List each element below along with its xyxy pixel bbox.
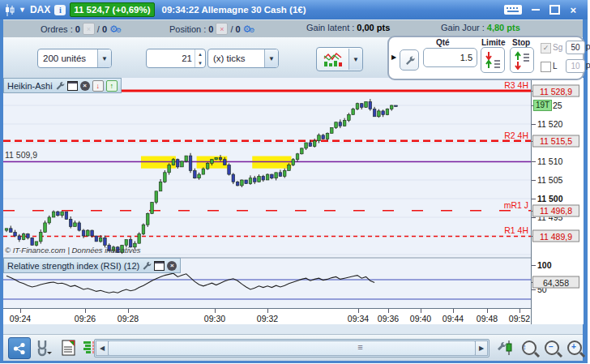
price-axis[interactable]: 2519T11 52011 51011 50511 50011 49511 52… <box>531 78 584 324</box>
period-spinner[interactable]: 21 ▲▼ <box>146 49 206 68</box>
title-bar[interactable]: ▼ DAX i 11 524,7 (+0,69%) 09:34:22 Allem… <box>0 0 588 19</box>
axis-tick <box>421 309 421 313</box>
instrument-dropdown-caret[interactable]: ▼ <box>19 6 26 14</box>
chevron-down-icon[interactable]: ▼ <box>264 49 278 67</box>
instrument-name: DAX <box>30 4 50 15</box>
qty-input[interactable]: 1.5 <box>423 48 477 67</box>
time-tick-label: 09:24 <box>10 314 31 323</box>
period-unit-value: (x) ticks <box>208 54 264 63</box>
svg-text:R1 4H: R1 4H <box>504 225 528 235</box>
qty-value: 1.5 <box>460 53 472 62</box>
keyboard-icon[interactable] <box>504 4 522 15</box>
buy-arrow-icon[interactable]: ↑ <box>106 80 118 92</box>
horizontal-scrollbar[interactable]: ◀ ≡ ▶ <box>94 339 490 358</box>
news-icon <box>62 340 76 356</box>
scrollbar-handle[interactable]: ≡ <box>108 340 476 356</box>
panel-collapse-icon[interactable]: ▶ <box>391 54 396 61</box>
info-icon[interactable]: i <box>54 5 66 15</box>
units-select[interactable]: 200 unités ▼ <box>37 49 112 68</box>
svg-text:R3 4H: R3 4H <box>504 80 528 90</box>
magnet-mode-button[interactable] <box>34 337 55 358</box>
window-icon[interactable] <box>154 261 165 271</box>
stop-order-button[interactable] <box>510 47 534 73</box>
chevron-down-icon[interactable]: ▼ <box>348 49 362 70</box>
rsi-title: Relative strength index (RSI) (12) <box>7 261 139 271</box>
scroll-right-icon[interactable]: ▶ <box>475 340 488 356</box>
svg-text:© IT-Finance.com | Données ind: © IT-Finance.com | Données indicatives <box>5 246 141 255</box>
wrench-icon <box>404 55 415 66</box>
maximize-button[interactable] <box>549 5 560 15</box>
clock-time: 09:34:22 <box>162 5 199 15</box>
svg-text:11 509,9: 11 509,9 <box>5 150 37 160</box>
ordres-cancel-icon[interactable]: × <box>83 23 95 35</box>
position-cancel-icon[interactable]: × <box>216 23 228 35</box>
axis-tick <box>532 124 536 125</box>
l-checkbox[interactable] <box>541 62 551 72</box>
period-unit-select[interactable]: (x) ticks ▼ <box>207 49 279 68</box>
close-button[interactable]: × <box>570 5 576 15</box>
chevron-down-icon[interactable]: ▼ <box>97 49 111 67</box>
ordres-pending-count: 0 <box>102 24 107 34</box>
share-button[interactable] <box>8 337 31 359</box>
axis-tick <box>519 309 520 313</box>
price-tick-label: 11 510 <box>537 156 562 166</box>
ordres-settings-icon[interactable]: ⚙ <box>109 24 118 34</box>
sell-arrow-icon[interactable]: ↓ <box>92 80 104 92</box>
stop-order-icon <box>514 50 530 70</box>
ordres-label: Ordres : <box>41 24 73 34</box>
trade-settings-button[interactable] <box>400 49 419 71</box>
news-button[interactable] <box>58 337 79 358</box>
axis-tick <box>532 265 536 266</box>
gain-jour-label: Gain Jour : <box>441 23 485 32</box>
window-icon[interactable] <box>67 81 78 91</box>
zoom-out-icon: − <box>545 340 559 355</box>
ordres-sep: / <box>97 24 100 34</box>
rsi-value-box: 64,358 <box>532 276 579 289</box>
time-tick-label: 09:44 <box>442 314 464 323</box>
time-tick-label: 09:30 <box>204 314 225 323</box>
price-tick-label: 11 505 <box>537 175 562 185</box>
position-settings-icon[interactable]: ⚙ <box>243 24 252 34</box>
chart-zone: R3 4HR2 4H11 509,9mR1 JR1 4H© IT-Finance… <box>3 78 583 324</box>
zoom-fit-button[interactable]: ↕ <box>519 337 540 358</box>
wrench-icon[interactable] <box>142 261 152 271</box>
bottom-toolbar: ◀ ≡ ▶ ↕ − + <box>3 334 583 361</box>
price-tick-label: 11 520 <box>537 119 562 129</box>
stop-label: Stop <box>512 38 530 47</box>
limit-order-button[interactable] <box>481 47 505 73</box>
limit-order-icon <box>485 50 501 70</box>
minimize-button[interactable] <box>532 9 540 11</box>
last-price-badge: 11 524,7 (+0,69%) <box>70 2 154 17</box>
position-open-count: 0 <box>208 24 213 34</box>
time-tick-label: 09:48 <box>477 314 498 323</box>
price-tick-label: 25 <box>553 101 562 110</box>
svg-text:R2 4H: R2 4H <box>504 131 528 140</box>
sg-points-input[interactable]: 50 <box>566 41 585 54</box>
heikin-ashi-tab[interactable]: Heikin-Ashi × ↓ ↑ <box>3 78 122 93</box>
rsi-tab[interactable]: Relative strength index (RSI) (12) × <box>3 258 181 273</box>
sg-checkbox[interactable]: ✓ <box>541 43 551 54</box>
chart-type-button[interactable]: ▼ <box>316 47 363 71</box>
time-tick-label: 09:40 <box>410 314 431 323</box>
zoom-out-button[interactable]: − <box>541 337 562 358</box>
time-axis[interactable]: 09:2409:2609:2809:3009:3209:3409:3609:40… <box>3 308 531 325</box>
l-points-input[interactable]: 10 <box>566 59 585 73</box>
zoom-in-icon: + <box>567 340 582 355</box>
wrench-icon[interactable] <box>55 81 65 91</box>
spinner-up-icon[interactable]: ▲ <box>195 49 205 58</box>
chart-settings-button[interactable] <box>494 337 515 358</box>
level-price-box: 11 496,8 <box>532 204 579 216</box>
l-points-value: 10 <box>571 62 579 71</box>
l-checkbox-label: L <box>553 62 558 71</box>
instrument-candle-icon <box>5 4 15 16</box>
main-plot[interactable]: R3 4HR2 4H11 509,9mR1 JR1 4H© IT-Finance… <box>3 78 531 308</box>
spinner-down-icon[interactable]: ▼ <box>195 58 205 67</box>
l-unit-label: pts <box>586 61 590 70</box>
rsi-tick-label: 100 <box>537 260 552 270</box>
close-icon[interactable]: × <box>167 261 177 271</box>
close-icon[interactable]: × <box>80 81 90 91</box>
zoom-in-button[interactable]: + <box>564 337 585 358</box>
lower-strip <box>3 324 583 334</box>
scroll-left-icon[interactable]: ◀ <box>96 340 109 356</box>
magnet-icon <box>36 339 53 357</box>
